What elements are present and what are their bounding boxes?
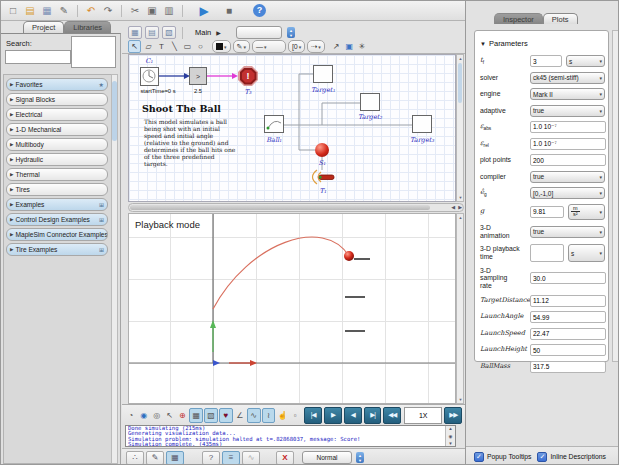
model-canvas[interactable]: C₁ startTime=0 s > 2.5 ! T₃ Shoot The Ba… — [128, 54, 456, 202]
sampling-3d-input[interactable] — [530, 272, 606, 284]
eps-abs-input[interactable] — [530, 121, 606, 133]
ellipse-tool-icon[interactable]: ○ — [195, 41, 206, 52]
attachment-icon[interactable]: ▣ — [344, 41, 355, 52]
score-block[interactable] — [315, 143, 329, 157]
scroll-up-icon[interactable]: ▲ — [458, 56, 463, 61]
tab-project[interactable]: Project — [23, 21, 64, 33]
speed-gauge-icon[interactable]: ◔ — [125, 409, 137, 422]
plot-view-icon[interactable]: ▧ — [204, 408, 218, 423]
palette-item-maplesim-connector-examples[interactable]: ▶ MapleSim Connector Examples ⊞ — [6, 228, 108, 241]
probe-monitor-button[interactable]: ∿ — [242, 451, 260, 465]
palette-item-favorites[interactable]: ▶ Favorites ★ — [6, 78, 108, 91]
favorites-heart-icon[interactable]: ♥ — [219, 408, 233, 423]
snap-view-icon[interactable]: ▧ — [162, 26, 176, 39]
palette-item-signal-blocks[interactable]: ▶ Signal Blocks — [6, 93, 108, 106]
text-tool-icon[interactable]: T — [156, 41, 167, 52]
search-input[interactable] — [5, 50, 71, 64]
line-tool-icon[interactable]: ╲ — [169, 41, 180, 52]
g-unit-combo[interactable]: m s² ▾ — [568, 204, 605, 220]
ball-block[interactable] — [264, 115, 284, 133]
model-view-button[interactable]: ∴ — [126, 451, 144, 465]
tangent-tool-icon[interactable]: ≀ — [262, 408, 276, 423]
help-button[interactable]: ? — [202, 451, 220, 465]
canvas-vertical-scrollbar[interactable]: ▲ ▼ — [456, 54, 464, 202]
inspector-scrollbar[interactable] — [612, 30, 619, 362]
extra-tool-icon[interactable]: ▫ — [289, 409, 301, 422]
scrollbar-thumb[interactable] — [130, 205, 430, 210]
list-view-icon[interactable]: ▤ — [145, 26, 159, 39]
gravity-vector-combo[interactable]: [0,-1,0] ▾ — [530, 187, 605, 199]
cursor-tool-icon[interactable]: ↖ — [164, 409, 176, 422]
visualization-view-button[interactable]: ▦ — [166, 451, 184, 465]
threshold-block[interactable]: > — [189, 67, 207, 85]
scrollbar-thumb[interactable] — [458, 63, 462, 103]
scrollbar-thumb[interactable] — [112, 81, 117, 141]
anim-3d-combo[interactable]: true ▾ — [530, 226, 605, 238]
cut-icon[interactable]: ✂ — [128, 4, 142, 18]
target2-block[interactable] — [360, 93, 380, 111]
playback-view[interactable]: Playback mode — [128, 213, 456, 404]
subsystem-combo[interactable] — [236, 26, 282, 39]
engine-combo[interactable]: Mark II ▾ — [530, 88, 605, 100]
arrow-style-combo[interactable]: [0 ▾ — [288, 40, 305, 53]
rectangle-tool-icon[interactable]: ▭ — [182, 41, 193, 52]
redo-icon[interactable]: ↷ — [101, 4, 115, 18]
undo-icon[interactable]: ↶ — [84, 4, 98, 18]
breadcrumb-main[interactable]: Main — [195, 28, 211, 37]
stepper-down-icon[interactable]: ▼ — [289, 33, 293, 38]
cannon-block[interactable] — [310, 169, 336, 185]
connection-style-combo[interactable]: ⇢ ▾ — [307, 40, 324, 53]
paste-icon[interactable]: ▥ — [162, 4, 176, 18]
detail-level-combo[interactable]: Normal — [302, 451, 352, 464]
grid-toggle-icon[interactable]: ▦ — [189, 408, 203, 423]
line-style-combo[interactable]: — ▾ — [252, 40, 286, 53]
palette-item-hydraulic[interactable]: ▶ Hydraulic — [6, 153, 108, 166]
clear-console-button[interactable]: X — [276, 451, 294, 465]
checkbox-checked-icon[interactable]: ✓ — [474, 452, 484, 462]
playback-speed-input[interactable] — [404, 407, 442, 424]
g-value-input[interactable] — [530, 206, 564, 218]
snapshot-target-icon[interactable]: ⊕ — [176, 409, 188, 422]
subsystem-combo-input[interactable] — [239, 28, 273, 38]
tab-inspector[interactable]: Inspector — [494, 13, 543, 24]
inline-descriptions-checkbox[interactable]: ✓ Inline Descriptions — [537, 452, 606, 462]
pen-style-combo[interactable]: ✎ ▾ — [233, 40, 250, 53]
scroll-knob-icon[interactable]: ◉ — [449, 434, 453, 439]
faster-button[interactable]: ▶▶ — [444, 407, 462, 424]
palette-item-tires[interactable]: ▶ Tires — [6, 183, 108, 196]
save-icon[interactable]: ▦ — [40, 4, 54, 18]
popup-tooltips-checkbox[interactable]: ✓ Popup Tooltips — [474, 452, 531, 462]
target-distance-input[interactable] — [530, 295, 606, 307]
scroll-down-icon[interactable]: ▼ — [458, 195, 463, 200]
launch-height-input[interactable] — [530, 344, 606, 356]
palette-item-examples[interactable]: ▶ Examples ⊞ — [6, 198, 108, 211]
copy-icon[interactable]: ▣ — [145, 4, 159, 18]
console-scrollbar[interactable]: ▲ ◉ ▼ — [445, 426, 455, 446]
pan-hand-icon[interactable]: ☝ — [276, 409, 288, 422]
palette-item-1d-mechanical[interactable]: ▶ 1-D Mechanical — [6, 123, 108, 136]
playback-vertical-scrollbar[interactable]: ▲ ▼ — [456, 213, 464, 404]
slower-button[interactable]: ◀◀ — [383, 407, 401, 424]
help-icon[interactable]: ? — [253, 4, 266, 17]
compiler-combo[interactable]: true ▾ — [530, 171, 605, 183]
scroll-down-icon[interactable]: ▼ — [458, 397, 463, 402]
scroll-down-icon[interactable]: ▼ — [448, 441, 452, 446]
open-folder-icon[interactable]: ▤ — [23, 4, 37, 18]
probe-icon[interactable]: ↗ — [331, 41, 342, 52]
probe-pin-icon[interactable]: ◎ — [151, 409, 163, 422]
palette-item-multibody[interactable]: ▶ Multibody — [6, 138, 108, 151]
target3-block[interactable] — [412, 115, 432, 133]
clock-block[interactable] — [140, 67, 159, 86]
stop-block[interactable]: ! — [238, 66, 258, 86]
palette-item-electrical[interactable]: ▶ Electrical — [6, 108, 108, 121]
console-toggle-button[interactable]: ≡ — [222, 451, 240, 465]
playback-3d-unit-combo[interactable]: s ▾ — [568, 244, 605, 262]
eps-rel-input[interactable] — [530, 138, 606, 150]
stepper-down-icon[interactable]: ▼ — [358, 458, 362, 463]
run-simulation-icon[interactable]: ▶ — [197, 4, 211, 18]
step-back-button[interactable]: ◀ — [344, 407, 362, 424]
go-to-end-button[interactable]: ▶| — [364, 407, 382, 424]
solver-combo[interactable]: ck45 (semi-stiff) ▾ — [530, 72, 605, 84]
fit-view-icon[interactable]: ▦ — [128, 26, 142, 39]
canvas-horizontal-scrollbar[interactable]: ◀ ▶ — [128, 203, 464, 212]
